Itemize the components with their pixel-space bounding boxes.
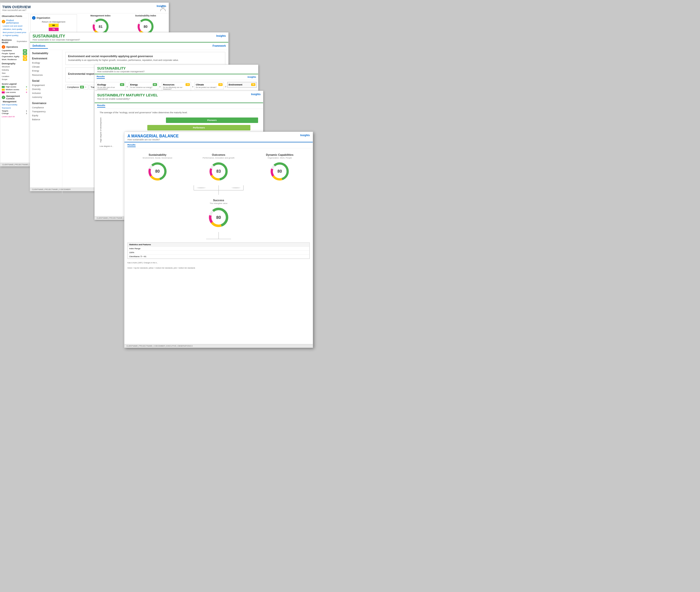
p2-resources: Resources: [32, 73, 60, 77]
p5-outcomes-sub: Performance, innovation and growth: [188, 157, 249, 159]
svg-text:80: 80: [216, 215, 221, 220]
obs-num-1: 1: [2, 20, 5, 23]
p1-title: TWIN OVERVIEW: [2, 5, 31, 9]
p3-ecology-box: Ecology 83 Do we take care of our enviro…: [96, 82, 126, 91]
mgmt-targets-label: Targets: [2, 110, 8, 112]
p5-success-section: Success The intangible value 80: [124, 196, 313, 231]
p5-sust-donut: 80: [148, 161, 167, 181]
p5-outcomes-donut: 83: [209, 161, 229, 181]
obs-strategy-label[interactable]: Product performance: [6, 19, 27, 24]
p5-insights-link[interactable]: Insights: [300, 134, 310, 137]
mgmt-targets: Targets 1: [2, 110, 27, 112]
demography-size: Size: [2, 72, 27, 75]
p3-results-tabs: Results Insights: [95, 74, 258, 80]
svg-text:83: 83: [216, 169, 221, 174]
p2-inclusion: Inclusion: [32, 91, 60, 95]
op-resilience: Work: Resilience 79: [2, 58, 27, 61]
p5-outcomes-group: Outcomes Performance, innovation and gro…: [188, 153, 249, 182]
plus-1: +: [126, 85, 129, 88]
p2-comp-score: 88: [80, 86, 84, 89]
p2-sust-section: Sustainability: [32, 52, 60, 55]
plus-2: +: [159, 85, 161, 88]
p2-energy: Energy: [32, 69, 60, 73]
p5-stats-box: Statistics and Features Index Range 100%…: [128, 242, 310, 259]
p3-climate-q: Do we protect our climate?: [196, 87, 222, 88]
op-speed-score: 83: [23, 52, 27, 55]
p2-title: SUSTAINABILITY: [33, 34, 226, 39]
p3-ecology-label: Ecology: [97, 84, 106, 86]
p2-framework-link[interactable]: Framework: [210, 44, 228, 49]
p3-climate-box: Climate 75 Do we protect our climate?: [195, 82, 224, 89]
mgmt-teamwork[interactable]: Teamwork: [2, 107, 27, 110]
p2-comp-label: Compliance: [67, 86, 79, 89]
p3-results-tab[interactable]: Results: [97, 75, 105, 79]
p2-social-section: Social: [32, 80, 60, 82]
p2-engagement: Engagement: [32, 83, 60, 87]
mgmt-change-score: 1: [26, 112, 27, 114]
score-legend-title: Score Legend: [2, 83, 27, 85]
p3-energy-q: Do we conserve our energy?: [130, 87, 157, 88]
p2-balance: Balance: [32, 117, 60, 121]
op-agility-score: 78: [23, 55, 27, 58]
p3-resources-box: Resources 75 Do we effectively use our r…: [162, 82, 191, 91]
p5-dynamic-svg: 80: [270, 161, 290, 181]
p4-pioneers-label: Pioneers: [207, 119, 216, 121]
plus-3: +: [192, 85, 194, 88]
p5-client-label: ClientName: x̄ = 81: [128, 255, 309, 258]
p5-index-range-label: Index Range: [128, 247, 309, 250]
p2-autonomy: Autonomy: [32, 95, 60, 99]
p5-success-svg: 80: [208, 207, 229, 228]
p3-environment-score: 79: [251, 83, 255, 86]
p5-circles-section: Sustainability Environment, Social, Gove…: [124, 148, 313, 184]
obs-mgmt: 5 Management Context: [2, 95, 27, 100]
legend-low-box: [2, 91, 5, 93]
legend-medium-label: Medium scores: [6, 89, 19, 91]
p3-resources-label: Resources: [163, 84, 174, 86]
p4-title: SUSTAINBILITY MATURITY LEVEL: [95, 91, 263, 98]
p3-insights-link[interactable]: Insights: [247, 76, 256, 78]
operations-label: Operations: [6, 46, 18, 48]
legend-high-score: 8: [26, 86, 27, 88]
strategy-link-2[interactable]: Best product (Lowest price or highest qu…: [2, 31, 27, 38]
legend-high: High scores 8: [2, 86, 27, 88]
p2-transparency: Transparency: [32, 109, 60, 113]
p3-energy-box: Energy 88 Do we conserve our energy?: [129, 82, 158, 89]
p3-environment-label: Environment: [229, 84, 242, 86]
equals-1: =: [224, 85, 227, 88]
obs-strategy: 1 Product performance: [2, 19, 27, 24]
p5-dynamic-donut: 80: [270, 161, 290, 181]
p1-insights-link[interactable]: Insights: [157, 5, 166, 7]
p5-sust-svg: 80: [148, 161, 167, 181]
p4-results-tab[interactable]: Results: [97, 104, 105, 108]
p3-energy-label: Energy: [130, 84, 138, 86]
mgmt-context-label: Management Context: [6, 95, 27, 100]
p5-bottom-connector: [194, 232, 243, 240]
p2-insights-link[interactable]: Insights: [216, 35, 226, 37]
op-agility: Organisation: Agility 78: [2, 55, 27, 58]
p4-insights-link[interactable]: Insights: [251, 93, 261, 96]
management-title: Management: [2, 100, 27, 103]
p2-diversity: Diversity: [32, 87, 60, 91]
p5-results-tab[interactable]: Results: [128, 144, 136, 147]
p3-energy-score: 88: [153, 83, 157, 86]
mgmt-targets-score: 1: [26, 110, 27, 112]
op-resilience-score: 79: [23, 58, 27, 61]
legend-medium-box: [2, 89, 5, 91]
strategy-link-1[interactable]: Lowest cost and asset utilization, best …: [2, 24, 27, 31]
org-label: Organization: [37, 17, 50, 19]
p4-performers-bar: Performers: [147, 125, 250, 131]
mgmt-change-label: Change: [2, 112, 9, 114]
mgmt-self[interactable]: Self-responsibility: [2, 103, 27, 107]
op-capabilities: Capabilities 80: [2, 49, 27, 52]
p5-sustainability-group: Sustainability Environment, Social, Gove…: [127, 153, 188, 182]
p2-def-title: Environment and social responsibility ap…: [68, 55, 222, 58]
p3-metrics-row: Ecology 83 Do we take care of our enviro…: [96, 82, 257, 91]
p3-subtitle: How sustainable is our corporate managem…: [97, 70, 256, 73]
p5-bottom-note: Green = top tier standards; yellow = med…: [124, 266, 313, 270]
p2-definitions-link[interactable]: Definitions: [30, 44, 48, 49]
p5-sust-title: Sustainability: [127, 153, 188, 156]
p3-resources-q: Do we effectively use our resources?: [163, 87, 190, 90]
p2-subtitle: How sustainable is our corporate managem…: [33, 39, 226, 41]
p5-stats-header-row: Statistics and Features: [128, 243, 309, 247]
p5-success-title: Success: [124, 199, 313, 202]
